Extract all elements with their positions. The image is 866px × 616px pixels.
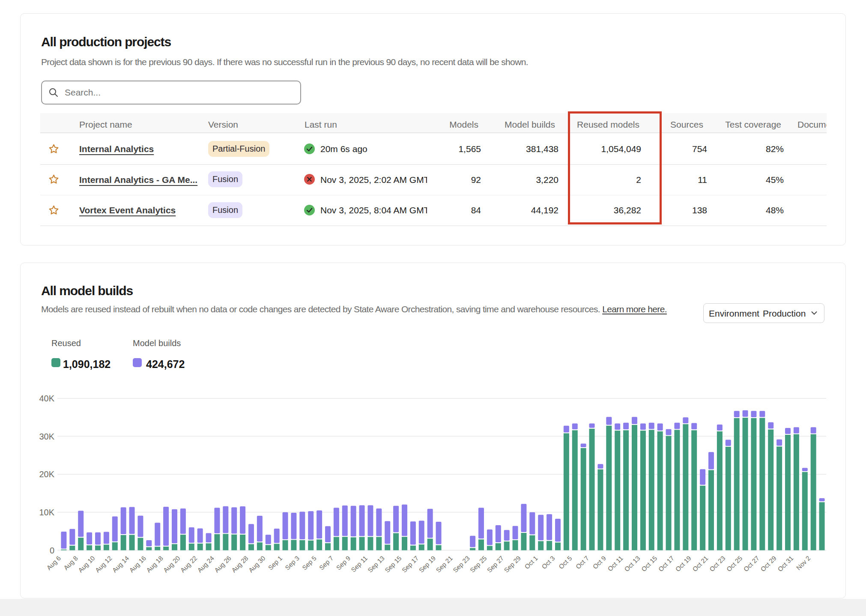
svg-text:Sep 11: Sep 11 — [349, 554, 369, 574]
svg-text:Aug 20: Aug 20 — [162, 554, 182, 574]
svg-text:Sep 19: Sep 19 — [418, 554, 437, 574]
svg-text:Sep 17: Sep 17 — [400, 554, 420, 574]
svg-text:Sep 15: Sep 15 — [383, 554, 403, 574]
svg-text:Oct 15: Oct 15 — [640, 554, 658, 573]
svg-text:0: 0 — [50, 546, 54, 555]
svg-text:Oct 29: Oct 29 — [759, 554, 777, 573]
svg-text:Sep 9: Sep 9 — [335, 554, 352, 571]
svg-text:Oct 23: Oct 23 — [708, 554, 726, 573]
svg-text:Aug 6: Aug 6 — [45, 554, 62, 571]
svg-text:Sep 7: Sep 7 — [318, 554, 335, 571]
svg-text:Oct 25: Oct 25 — [725, 554, 744, 573]
svg-text:Oct 5: Oct 5 — [557, 554, 573, 570]
svg-text:Sep 5: Sep 5 — [301, 554, 318, 571]
svg-text:Oct 11: Oct 11 — [606, 554, 624, 572]
svg-text:Oct 21: Oct 21 — [691, 554, 709, 573]
svg-text:Aug 26: Aug 26 — [213, 554, 233, 574]
svg-text:Aug 14: Aug 14 — [111, 554, 131, 574]
svg-text:Oct 3: Oct 3 — [540, 554, 556, 570]
svg-text:Nov 2: Nov 2 — [795, 554, 812, 571]
svg-text:Oct 9: Oct 9 — [591, 554, 607, 570]
svg-text:20K: 20K — [39, 469, 54, 479]
svg-text:Aug 22: Aug 22 — [179, 554, 199, 574]
svg-text:Oct 31: Oct 31 — [776, 554, 794, 573]
svg-text:Aug 28: Aug 28 — [230, 554, 250, 574]
svg-text:40K: 40K — [39, 394, 54, 403]
svg-text:Sep 27: Sep 27 — [486, 554, 505, 574]
svg-text:Sep 23: Sep 23 — [451, 554, 471, 574]
svg-text:Sep 25: Sep 25 — [469, 554, 488, 574]
svg-text:30K: 30K — [39, 432, 54, 441]
svg-text:Sep 3: Sep 3 — [284, 554, 301, 571]
svg-text:Aug 18: Aug 18 — [145, 554, 164, 574]
svg-text:Aug 10: Aug 10 — [77, 554, 96, 574]
svg-text:Oct 19: Oct 19 — [674, 554, 693, 573]
svg-text:Sep 1: Sep 1 — [266, 554, 284, 571]
svg-text:Aug 16: Aug 16 — [128, 554, 147, 574]
svg-text:10K: 10K — [39, 508, 54, 517]
svg-text:Aug 12: Aug 12 — [94, 554, 113, 574]
svg-text:Oct 7: Oct 7 — [574, 554, 590, 570]
svg-text:Sep 29: Sep 29 — [502, 554, 522, 574]
svg-text:Oct 17: Oct 17 — [657, 554, 675, 573]
svg-text:Oct 13: Oct 13 — [623, 554, 641, 573]
svg-text:Sep 13: Sep 13 — [366, 554, 386, 574]
svg-text:Aug 30: Aug 30 — [247, 554, 267, 574]
svg-text:Oct 1: Oct 1 — [523, 554, 539, 570]
svg-text:Oct 27: Oct 27 — [742, 554, 761, 573]
svg-text:Sep 21: Sep 21 — [434, 554, 454, 574]
svg-text:Aug 24: Aug 24 — [196, 554, 215, 574]
